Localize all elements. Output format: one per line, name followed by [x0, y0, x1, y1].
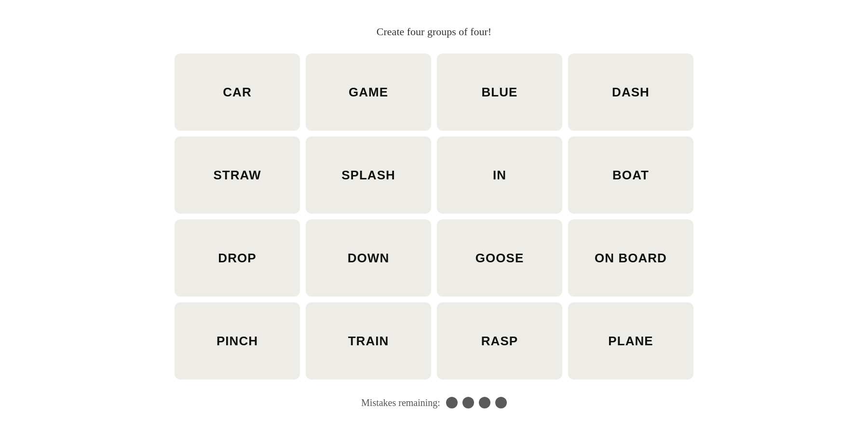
tile-label-rasp: RASP [481, 334, 518, 349]
tile-goose[interactable]: GOOSE [437, 219, 562, 297]
mistakes-dots [446, 397, 507, 408]
tile-label-drop: DROP [218, 251, 256, 266]
subtitle: Create four groups of four! [377, 26, 491, 38]
tile-label-plane: PLANE [608, 334, 653, 349]
tile-label-straw: STRAW [213, 168, 261, 183]
mistake-dot-2 [462, 397, 474, 408]
tile-train[interactable]: TRAIN [306, 302, 431, 380]
tile-game[interactable]: GAME [306, 54, 431, 131]
tile-splash[interactable]: SPLASH [306, 136, 431, 214]
mistake-dot-3 [479, 397, 490, 408]
tile-plane[interactable]: PLANE [568, 302, 693, 380]
tile-on-board[interactable]: ON BOARD [568, 219, 693, 297]
mistake-dot-1 [446, 397, 458, 408]
mistakes-label: Mistakes remaining: [361, 397, 440, 408]
tile-label-in: IN [493, 168, 506, 183]
tile-label-splash: SPLASH [341, 168, 395, 183]
tile-label-train: TRAIN [348, 334, 389, 349]
tile-label-down: DOWN [348, 251, 389, 266]
tile-car[interactable]: CAR [175, 54, 300, 131]
tile-label-dash: DASH [612, 85, 650, 100]
tile-rasp[interactable]: RASP [437, 302, 562, 380]
tile-down[interactable]: DOWN [306, 219, 431, 297]
game-grid: CARGAMEBLUEDASHSTRAWSPLASHINBOATDROPDOWN… [175, 54, 693, 380]
tile-pinch[interactable]: PINCH [175, 302, 300, 380]
tile-straw[interactable]: STRAW [175, 136, 300, 214]
mistake-dot-4 [495, 397, 507, 408]
mistakes-row: Mistakes remaining: [361, 397, 507, 408]
tile-in[interactable]: IN [437, 136, 562, 214]
tile-label-blue: BLUE [482, 85, 518, 100]
tile-drop[interactable]: DROP [175, 219, 300, 297]
tile-label-pinch: PINCH [217, 334, 258, 349]
tile-label-on-board: ON BOARD [595, 251, 667, 266]
tile-label-car: CAR [223, 85, 251, 100]
tile-dash[interactable]: DASH [568, 54, 693, 131]
tile-label-goose: GOOSE [475, 251, 524, 266]
tile-blue[interactable]: BLUE [437, 54, 562, 131]
tile-label-game: GAME [349, 85, 388, 100]
tile-boat[interactable]: BOAT [568, 136, 693, 214]
tile-label-boat: BOAT [612, 168, 649, 183]
